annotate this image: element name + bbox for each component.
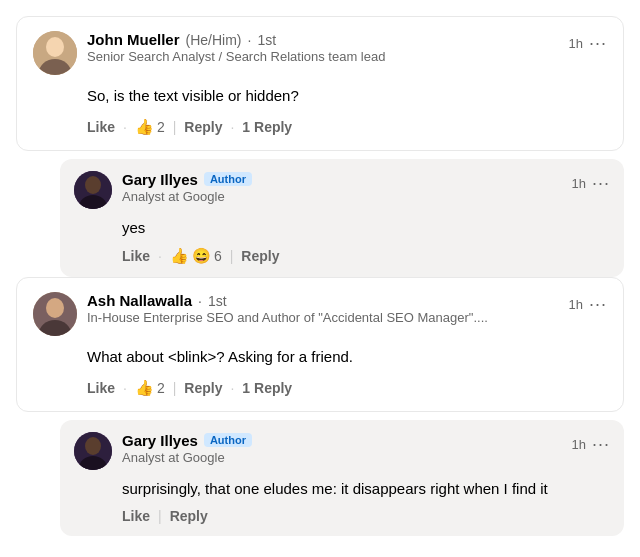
reaction-count: 2: [157, 119, 165, 135]
user-pronouns: (He/Him): [186, 32, 242, 48]
timestamp: 1h: [569, 297, 583, 312]
comment-body: surprisingly, that one eludes me: it dis…: [122, 478, 610, 501]
timestamp: 1h: [569, 36, 583, 51]
comment-header: Ash Nallawalla·1stIn-House Enterprise SE…: [33, 292, 607, 336]
avatar: [74, 432, 112, 470]
avatar: [33, 292, 77, 336]
user-info: Gary IllyesAuthorAnalyst at Google: [122, 432, 572, 465]
user-title: Senior Search Analyst / Search Relations…: [87, 49, 569, 64]
name-row: John Mueller(He/Him)·1st: [87, 31, 569, 48]
comment-actions: Like·👍2|Reply·1 Reply: [87, 118, 607, 136]
comment-header: Gary IllyesAuthorAnalyst at Google1h···: [74, 171, 610, 209]
more-options-button[interactable]: ···: [589, 294, 607, 315]
comment-body: So, is the text visible or hidden?: [87, 85, 607, 108]
user-info: Ash Nallawalla·1stIn-House Enterprise SE…: [87, 292, 569, 325]
user-info: John Mueller(He/Him)·1stSenior Search An…: [87, 31, 569, 64]
user-title: In-House Enterprise SEO and Author of "A…: [87, 310, 569, 325]
comment-left: John Mueller(He/Him)·1stSenior Search An…: [33, 31, 569, 75]
comment-item: Ash Nallawalla·1stIn-House Enterprise SE…: [16, 277, 624, 412]
comment-meta-right: 1h···: [569, 292, 607, 315]
comment-actions: Like|Reply: [122, 508, 610, 524]
separator: ·: [123, 380, 127, 396]
svg-point-7: [46, 298, 64, 318]
timestamp: 1h: [572, 176, 586, 191]
more-options-button[interactable]: ···: [592, 173, 610, 194]
name-row: Ash Nallawalla·1st: [87, 292, 569, 309]
replies-section: Gary IllyesAuthorAnalyst at Google1h···y…: [60, 159, 624, 278]
user-name: John Mueller: [87, 31, 180, 48]
connection-degree: 1st: [257, 32, 276, 48]
more-options-button[interactable]: ···: [589, 33, 607, 54]
reaction-emoji: 👍: [135, 118, 154, 136]
user-info: Gary IllyesAuthorAnalyst at Google: [122, 171, 572, 204]
reply-button[interactable]: Reply: [184, 119, 222, 135]
comment-left: Ash Nallawalla·1stIn-House Enterprise SE…: [33, 292, 569, 336]
reply-item: Gary IllyesAuthorAnalyst at Google1h···y…: [60, 159, 624, 278]
comment-item: John Mueller(He/Him)·1stSenior Search An…: [16, 16, 624, 151]
name-row: Gary IllyesAuthor: [122, 171, 572, 188]
timestamp: 1h: [572, 437, 586, 452]
comment-meta-right: 1h···: [572, 432, 610, 455]
reaction-emoji: 😄: [192, 247, 211, 265]
reply-item: Gary IllyesAuthorAnalyst at Google1h···s…: [60, 420, 624, 537]
comment-left: Gary IllyesAuthorAnalyst at Google: [74, 171, 572, 209]
user-name: Ash Nallawalla: [87, 292, 192, 309]
comment-meta-right: 1h···: [569, 31, 607, 54]
comment-header: Gary IllyesAuthorAnalyst at Google1h···: [74, 432, 610, 470]
comment-left: Gary IllyesAuthorAnalyst at Google: [74, 432, 572, 470]
author-badge: Author: [204, 433, 252, 447]
reply-button[interactable]: Reply: [184, 380, 222, 396]
separator: |: [158, 508, 162, 524]
reaction-group: 👍2: [135, 379, 165, 397]
svg-point-10: [85, 437, 101, 455]
like-button[interactable]: Like: [87, 380, 115, 396]
separator: |: [230, 248, 234, 264]
separator: ·: [230, 119, 234, 135]
separator: ·: [158, 248, 162, 264]
replies-section: Gary IllyesAuthorAnalyst at Google1h···s…: [60, 420, 624, 537]
author-badge: Author: [204, 172, 252, 186]
user-title: Analyst at Google: [122, 189, 572, 204]
separator: ·: [230, 380, 234, 396]
separator: ·: [123, 119, 127, 135]
user-name: Gary Illyes: [122, 171, 198, 188]
dot-separator: ·: [198, 293, 202, 309]
separator: |: [173, 380, 177, 396]
user-title: Analyst at Google: [122, 450, 572, 465]
comment-body: yes: [122, 217, 610, 240]
reaction-emoji: 👍: [135, 379, 154, 397]
comment-body: What about <blink>? Asking for a friend.: [87, 346, 607, 369]
user-name: Gary Illyes: [122, 432, 198, 449]
name-row: Gary IllyesAuthor: [122, 432, 572, 449]
reaction-emoji: 👍: [170, 247, 189, 265]
view-replies-button[interactable]: 1 Reply: [242, 380, 292, 396]
reply-button[interactable]: Reply: [241, 248, 279, 264]
like-button[interactable]: Like: [122, 508, 150, 524]
view-replies-button[interactable]: 1 Reply: [242, 119, 292, 135]
reaction-count: 2: [157, 380, 165, 396]
like-button[interactable]: Like: [87, 119, 115, 135]
comment-actions: Like·👍😄6|Reply: [122, 247, 610, 265]
comment-actions: Like·👍2|Reply·1 Reply: [87, 379, 607, 397]
reply-button[interactable]: Reply: [170, 508, 208, 524]
connection-degree: 1st: [208, 293, 227, 309]
reaction-group: 👍😄6: [170, 247, 222, 265]
reaction-count: 6: [214, 248, 222, 264]
reaction-group: 👍2: [135, 118, 165, 136]
avatar: [33, 31, 77, 75]
comment-header: John Mueller(He/Him)·1stSenior Search An…: [33, 31, 607, 75]
more-options-button[interactable]: ···: [592, 434, 610, 455]
separator: |: [173, 119, 177, 135]
svg-point-1: [46, 37, 64, 57]
avatar: [74, 171, 112, 209]
dot-separator: ·: [248, 32, 252, 48]
comments-container: John Mueller(He/Him)·1stSenior Search An…: [16, 16, 624, 536]
comment-meta-right: 1h···: [572, 171, 610, 194]
svg-point-4: [85, 176, 101, 194]
like-button[interactable]: Like: [122, 248, 150, 264]
